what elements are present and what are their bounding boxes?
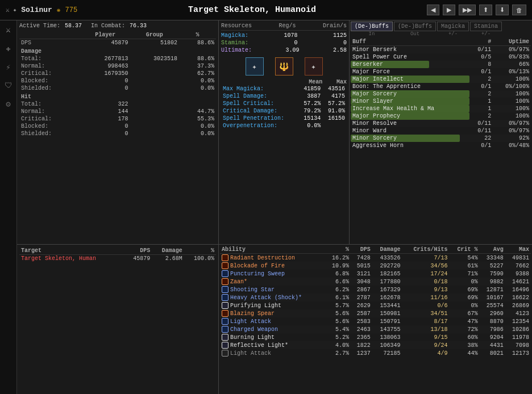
nav-upload[interactable]: ⬆ xyxy=(479,5,492,15)
ability-row: Puncturing Sweep6.8%312118216517/2471%75… xyxy=(220,270,531,278)
buff-name: Boon: The Apprentice xyxy=(352,83,421,90)
buff-uptime: 0%/83% xyxy=(493,53,531,61)
cp-icon: ❋ xyxy=(57,6,61,14)
spell-damage-row: Spell Damage:38874175 xyxy=(221,93,347,100)
target-title: Target Skeleton, Humanoid xyxy=(82,5,422,15)
ability-cell: 9882 xyxy=(479,278,505,286)
ability-col-pct: % xyxy=(325,246,351,254)
overpenetration-row: Overpenetration:0.0% xyxy=(221,122,347,129)
active-time-label: Active Time: xyxy=(19,23,60,29)
ability-cell: 8870 xyxy=(479,317,505,325)
ability-cell: 47% xyxy=(450,317,480,325)
hit-normal-row: Normal:14444.7% xyxy=(19,108,216,115)
buff-tabs: (De-)Buffs In (De-)Buffs Out Magicka +/-… xyxy=(351,22,531,37)
left-panel: Active Time: 58.37 In Combat: 76.33 Play… xyxy=(17,20,219,244)
target-damage: 2.68M xyxy=(152,255,184,263)
buff-count: 1 xyxy=(469,98,493,105)
buff-count: 0/5 xyxy=(469,53,493,61)
target-col-name: Target xyxy=(19,247,124,255)
ability-cell: 14621 xyxy=(505,278,531,286)
buff-tab-in[interactable]: (De-)Buffs xyxy=(351,22,393,31)
magicka-drain: 1125 xyxy=(321,32,347,39)
ability-cell: 2587 xyxy=(351,309,372,317)
ability-icon-indicator xyxy=(222,286,228,293)
nav-next[interactable]: ▶▶ xyxy=(459,5,476,15)
ability-cell: 60% xyxy=(450,333,480,341)
buff-name: Berserker xyxy=(352,61,383,68)
buff-count: 2 xyxy=(469,90,493,98)
ability-row: Heavy Attack (Shock)*6.1%278716267811/16… xyxy=(220,294,531,301)
in-combat-value: 76.33 xyxy=(130,23,147,29)
ability-col-dps: DPS xyxy=(351,246,372,254)
resources-header: Resources Reg/s Drain/s xyxy=(221,23,347,31)
ability-cell: 72185 xyxy=(372,349,402,357)
nav-prev-prev[interactable]: ◀ xyxy=(427,5,439,15)
sidebar: ⚔ ✚ ⚡ 🛡 ⚙ xyxy=(0,20,17,394)
content: Active Time: 58.37 In Combat: 76.33 Play… xyxy=(17,20,532,394)
ability-cell: 8021 xyxy=(479,349,505,357)
ability-cell: 2583 xyxy=(351,317,372,325)
stat-detail-table: Mean Max Max Magicka:4185943516 Spell Da… xyxy=(221,79,347,129)
sidebar-icon-sword[interactable]: ⚔ xyxy=(6,25,10,35)
sidebar-icon-health[interactable]: ✚ xyxy=(6,44,10,53)
ability-cell: 10167 xyxy=(479,294,505,301)
buff-col-uptime: Uptime xyxy=(493,38,531,46)
magicka-label: Magicka: xyxy=(221,32,248,39)
ability-cell: 177880 xyxy=(372,278,402,286)
target-dps: 45879 xyxy=(124,255,152,263)
ability-cell: 38% xyxy=(450,341,480,349)
damage-shielded-row: Shielded:00.0% xyxy=(19,85,216,92)
buff-tab-magicka[interactable]: Magicka xyxy=(437,22,469,31)
ability-row: Blockade of Fire10.9%501529272034/5661%5… xyxy=(220,262,531,270)
ability-icon-indicator xyxy=(222,270,228,277)
damage-section-header: Damage xyxy=(19,47,216,55)
ability-cell: 7098 xyxy=(505,341,531,349)
ability-cell: 5.4% xyxy=(325,325,351,333)
sidebar-icon-lightning[interactable]: ⚡ xyxy=(6,62,10,72)
main-container: ⚔ ✚ ⚡ 🛡 ⚙ Active Time: 58.37 In Combat: … xyxy=(0,20,532,394)
buff-name: Minor Berserk xyxy=(352,47,397,53)
ability-cell: 433526 xyxy=(372,254,402,262)
ability-cell: 5015 xyxy=(351,262,372,270)
sidebar-icon-gear[interactable]: ⚙ xyxy=(6,99,10,109)
buff-count: 0/1 xyxy=(469,142,493,149)
nav-delete[interactable]: 🗑 xyxy=(512,5,526,15)
buff-tab-out[interactable]: (De-)Buffs xyxy=(394,22,436,31)
ability-icon-indicator xyxy=(222,254,228,261)
ability-row: Light Attack5.6%25831507918/1747%8870123… xyxy=(220,317,531,325)
nav-prev[interactable]: ▶ xyxy=(443,5,455,15)
magicka-reg: 1078 xyxy=(272,32,298,39)
buff-name: Minor Ward xyxy=(352,128,386,134)
stamina-drain: 0 xyxy=(321,40,347,46)
sidebar-icon-shield[interactable]: 🛡 xyxy=(5,81,13,90)
active-time-value: 58.37 xyxy=(65,23,82,29)
buff-uptime: 100% xyxy=(493,105,531,112)
target-col-dps: DPS xyxy=(124,247,152,255)
buff-tab-stamina[interactable]: Stamina xyxy=(470,22,502,31)
buff-table: Buff # Uptime Minor Berserk0/110%/97%Spe… xyxy=(351,38,531,149)
ability-cell: 10.9% xyxy=(325,262,351,270)
ability-col-avg: Avg xyxy=(479,246,505,254)
ability-cell: 16496 xyxy=(505,286,531,294)
drain-label: Drain/s xyxy=(323,23,347,29)
buff-row: Increase Max Health & Ma1100% xyxy=(351,105,531,112)
target-table: Target DPS Damage % Target Skeleton, Hum… xyxy=(19,247,216,262)
spell-penetration-row: Spell Penetration:1513416150 xyxy=(221,115,347,122)
col-pct: % xyxy=(179,31,216,39)
target-col-damage: Damage xyxy=(152,247,184,255)
nav-download[interactable]: ⬇ xyxy=(496,5,509,15)
ability-cell: 1822 xyxy=(351,341,372,349)
dps-row: DPS 45879 51802 88.6% xyxy=(19,39,216,47)
ability-cell: 11/16 xyxy=(402,294,450,301)
col-player: Player xyxy=(81,31,130,39)
buff-row: Berserker866% xyxy=(351,61,531,68)
ability-icon-2: 🔱 xyxy=(275,57,293,76)
ability-col-max: Max xyxy=(505,246,531,254)
ability-cell: 162678 xyxy=(372,294,402,301)
buff-name: Minor Sorcery xyxy=(352,135,397,141)
ability-name: Purifying Light xyxy=(230,303,281,309)
ability-cell: 8/17 xyxy=(402,317,450,325)
ability-cell: 5.6% xyxy=(325,309,351,317)
resources-title: Resources xyxy=(221,23,252,29)
ability-name: Radiant Destruction xyxy=(230,255,295,261)
